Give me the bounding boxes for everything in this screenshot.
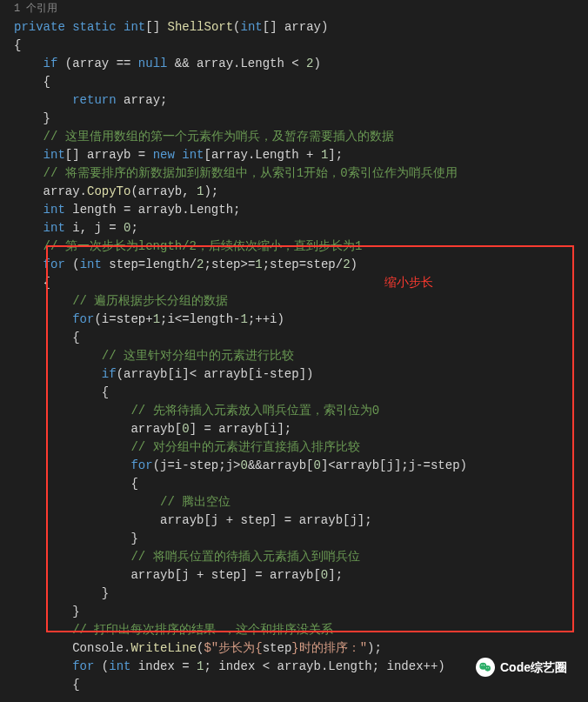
code-line: for(j=i-step;j>0&&arrayb[0]<arrayb[j];j-… (14, 457, 588, 475)
code-line: private static int[] ShellSort(int[] arr… (14, 18, 588, 37)
code-line: { (14, 37, 588, 55)
code-line: // 将需要排序的新数据加到新数组中，从索引1开始，0索引位作为哨兵使用 (14, 164, 588, 183)
svg-point-5 (488, 667, 489, 668)
code-line: // 腾出空位 (14, 493, 588, 511)
code-line: // 将哨兵位置的待插入元素插入到哨兵位 (14, 548, 588, 566)
code-line: { (14, 384, 588, 402)
wechat-icon (476, 658, 495, 677)
code-line: if(arrayb[i]< arrayb[i-step]) (14, 365, 588, 384)
code-line: { (14, 475, 588, 493)
code-line: } (14, 585, 588, 603)
code-line: // 先将待插入元素放入哨兵位置，索引位为0 (14, 402, 588, 420)
code-line: arrayb[0] = arrayb[i]; (14, 420, 588, 438)
watermark-text: Code综艺圈 (500, 659, 567, 677)
code-line: // 这里针对分组中的元素进行比较 (14, 347, 588, 365)
code-line: // 对分组中的元素进行直接插入排序比较 (14, 438, 588, 457)
reference-count: 1 个引用 (14, 0, 588, 18)
code-line: // 第一次步长为length/2，后续依次缩小，直到步长为1 (14, 237, 588, 256)
code-line: arrayb[j + step] = arrayb[j]; (14, 511, 588, 530)
code-line: { (14, 676, 588, 694)
code-line: } (14, 530, 588, 548)
svg-point-1 (484, 665, 491, 672)
code-editor: 1 个引用 private static int[] ShellSort(int… (0, 0, 588, 702)
svg-point-3 (484, 665, 484, 665)
code-line: for (int step=length/2;step>=1;step=step… (14, 256, 588, 274)
code-line: int length = arrayb.Length; (14, 201, 588, 219)
code-line: // 打印出每次排序的结果 ，这个和排序没关系 (14, 621, 588, 639)
code-line: return array; (14, 91, 588, 110)
code-line: array.CopyTo(arrayb, 1); (14, 183, 588, 201)
code-line: int[] arrayb = new int[array.Length + 1]… (14, 146, 588, 164)
code-line: // 遍历根据步长分组的数据 (14, 292, 588, 311)
code-line: arrayb[j + step] = arrayb[0]; (14, 566, 588, 585)
code-line: int i, j = 0; (14, 219, 588, 237)
code-line: // 这里借用数组的第一个元素作为哨兵，及暂存需要插入的数据 (14, 128, 588, 146)
code-line: if (array == null && array.Length < 2) (14, 55, 588, 73)
code-line: { (14, 73, 588, 91)
code-line: } (14, 110, 588, 128)
code-line: } (14, 603, 588, 621)
wechat-svg (478, 660, 492, 674)
code-line: Console.WriteLine($"步长为{step}时的排序："); (14, 639, 588, 658)
svg-point-2 (481, 665, 482, 665)
svg-point-4 (486, 667, 487, 668)
watermark: Code综艺圈 (476, 658, 567, 677)
code-line: { (14, 274, 588, 292)
code-line: { (14, 329, 588, 347)
code-line: for(i=step+1;i<=length-1;++i) (14, 311, 588, 329)
